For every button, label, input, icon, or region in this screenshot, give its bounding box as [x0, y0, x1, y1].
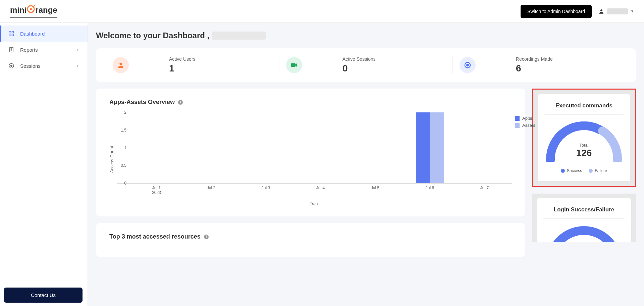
target-icon: [8, 62, 15, 69]
sidebar-item-label: Reports: [20, 47, 38, 53]
stat-active-users: Active Users 1: [106, 56, 279, 74]
x-tick: Jul 3: [238, 184, 293, 195]
page-title: Welcome to your Dashboard ,: [96, 31, 636, 40]
gauge-chart: [545, 225, 623, 242]
stats-row: Active Users 1 Active Sessions 0 Recordi…: [96, 48, 636, 82]
grid-icon: [8, 30, 15, 37]
dot-failure-icon: [589, 169, 593, 173]
sidebar: Dashboard Reports Sessions: [0, 23, 88, 265]
x-ticks: Jul 12023Jul 2Jul 3Jul 4Jul 5Jul 6Jul 7: [129, 184, 512, 195]
card-title: Top 3 most accessed resources i: [109, 233, 512, 240]
switch-admin-button[interactable]: Switch to Admin Dashboard: [521, 5, 592, 18]
sidebar-item-reports[interactable]: Reports: [0, 42, 88, 58]
svg-point-13: [11, 65, 12, 67]
info-icon[interactable]: i: [204, 235, 209, 239]
gauge-chart: Total 126: [545, 121, 623, 162]
info-icon[interactable]: i: [178, 100, 183, 105]
svg-rect-5: [12, 31, 14, 33]
record-icon: [460, 57, 476, 73]
svg-rect-4: [9, 31, 11, 33]
logo-text-right: range: [35, 5, 57, 15]
header-right: Switch to Admin Dashboard ▼: [521, 5, 634, 18]
document-icon: [8, 46, 15, 53]
bar-group: [348, 112, 402, 183]
stat-active-sessions: Active Sessions 0: [279, 56, 453, 74]
svg-rect-7: [12, 34, 14, 36]
user-icon: [598, 8, 604, 14]
x-tick: Jul 7: [457, 184, 512, 195]
stat-recordings: Recordings Made 6: [453, 56, 626, 74]
x-axis-label: Date: [117, 201, 512, 206]
chevron-right-icon: [75, 47, 79, 53]
logo[interactable]: mini range: [10, 5, 57, 18]
legend-swatch-apps: [515, 116, 520, 121]
svg-rect-6: [9, 34, 11, 36]
stat-label: Active Sessions: [342, 56, 376, 62]
bar-group: [129, 112, 184, 183]
gauge-total-value: 126: [545, 148, 623, 158]
title-text: Top 3 most accessed resources: [109, 233, 201, 240]
sidebar-item-sessions[interactable]: Sessions: [0, 58, 88, 74]
gauge-legend: Success Failure: [544, 168, 624, 173]
legend-label: Failure: [595, 168, 607, 173]
svg-point-18: [467, 64, 469, 66]
bars-container: [129, 112, 512, 183]
card-title: Apps-Assets Overview i: [109, 99, 512, 106]
video-icon: [286, 57, 302, 73]
sidebar-item-label: Dashboard: [20, 31, 45, 37]
x-tick: Jul 12023: [129, 184, 184, 195]
stat-value: 0: [342, 63, 376, 74]
top-resources-card: Top 3 most accessed resources i: [96, 223, 525, 257]
username-redacted: [212, 32, 266, 40]
svg-point-1: [30, 8, 32, 10]
sidebar-item-label: Sessions: [20, 63, 41, 69]
gauge-total-label: Total: [545, 143, 623, 148]
svg-point-3: [600, 9, 602, 11]
title-text: Apps-Assets Overview: [109, 99, 175, 106]
user-name-redacted: [607, 8, 628, 14]
main-content: Welcome to your Dashboard , Active Users…: [88, 23, 644, 265]
svg-marker-16: [296, 63, 298, 67]
bar-group: [457, 112, 512, 183]
gauge-title: Executed commands: [544, 102, 624, 115]
y-ticks: 2 1.5 1 0.5 0: [117, 112, 129, 183]
stat-value: 6: [516, 63, 553, 74]
executed-commands-card: Executed commands Total 126 Success: [538, 94, 630, 181]
apps-assets-card: Apps-Assets Overview i Access Count 2 1.…: [96, 89, 525, 216]
legend-label: Assets: [522, 123, 535, 128]
x-tick: Jul 6: [402, 184, 457, 195]
chart-legend: Apps Assets: [515, 116, 535, 130]
legend-swatch-assets: [515, 123, 520, 128]
bar-group: [184, 112, 238, 183]
x-tick: Jul 5: [348, 184, 402, 195]
bar-group: [238, 112, 293, 183]
bar-group: [402, 112, 457, 183]
legend-label: Success: [567, 168, 582, 173]
svg-point-14: [119, 63, 122, 65]
stat-value: 1: [169, 63, 196, 74]
bar[interactable]: [430, 112, 444, 183]
dot-success-icon: [561, 169, 565, 173]
chevron-right-icon: [75, 63, 79, 69]
bar-chart: Access Count 2 1.5 1 0.5 0: [109, 112, 512, 206]
stat-label: Active Users: [169, 56, 196, 62]
highlighted-card: Executed commands Total 126 Success: [532, 89, 636, 187]
bar[interactable]: [416, 112, 430, 183]
svg-line-2: [33, 5, 35, 7]
logo-icon: [26, 5, 35, 15]
bar-group: [293, 112, 348, 183]
right-column: Executed commands Total 126 Success: [532, 89, 636, 242]
header: mini range Switch to Admin Dashboard ▼: [0, 0, 644, 23]
logo-text-left: mini: [10, 5, 26, 15]
x-tick: Jul 2: [184, 184, 238, 195]
user-menu[interactable]: ▼: [598, 8, 634, 14]
login-success-failure-card: Login Success/Failure: [537, 198, 631, 242]
sidebar-item-dashboard[interactable]: Dashboard: [0, 26, 88, 42]
chevron-down-icon: ▼: [631, 9, 634, 13]
legend-label: Apps: [522, 116, 532, 121]
x-tick: Jul 4: [293, 184, 348, 195]
welcome-text: Welcome to your Dashboard ,: [96, 31, 209, 40]
y-axis-label: Access Count: [109, 146, 114, 173]
stat-label: Recordings Made: [516, 56, 553, 62]
gauge-title: Login Success/Failure: [543, 206, 625, 219]
